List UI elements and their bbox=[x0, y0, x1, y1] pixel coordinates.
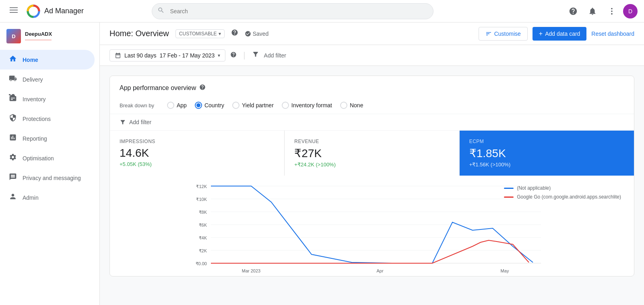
saved-badge: Saved bbox=[245, 31, 269, 37]
svg-text:₹10K: ₹10K bbox=[196, 197, 207, 202]
radio-circle-country bbox=[195, 102, 202, 109]
break-down-radio-group: Break down by App Country Yield partner … bbox=[110, 97, 634, 114]
svg-text:₹4K: ₹4K bbox=[199, 235, 207, 240]
sidebar-label-reporting: Reporting bbox=[23, 135, 47, 142]
delivery-icon bbox=[8, 74, 18, 84]
chart-legend: (Not applicable) Google Go (com.google.a… bbox=[504, 185, 621, 200]
date-label: Last 90 days bbox=[124, 52, 156, 59]
metric-revenue: Revenue ₹27K +₹24.2K (>100%) bbox=[285, 131, 459, 176]
radio-circle-inventory_format bbox=[282, 102, 289, 109]
svg-text:May: May bbox=[501, 268, 509, 273]
add-data-card-button[interactable]: + Add data card bbox=[533, 27, 587, 41]
page-help-icon[interactable] bbox=[231, 29, 238, 38]
radio-app[interactable]: App bbox=[167, 102, 187, 109]
home-icon bbox=[8, 55, 18, 65]
help-button[interactable] bbox=[565, 3, 581, 19]
sidebar-item-inventory[interactable]: Inventory bbox=[0, 89, 95, 109]
card-header: App performance overview bbox=[110, 76, 634, 97]
sidebar-item-protections[interactable]: Protections bbox=[0, 109, 95, 129]
metric-value-impressions: 14.6K bbox=[120, 147, 275, 160]
main-area: Home: Overview CUSTOMISABLE ▾ Saved Cust… bbox=[100, 23, 644, 305]
avatar[interactable]: D bbox=[623, 4, 638, 18]
metric-label-impressions: Impressions bbox=[120, 139, 275, 144]
card-help-icon[interactable] bbox=[199, 84, 206, 92]
date-range: 17 Feb - 17 May 2023 bbox=[159, 52, 215, 59]
filter-bar: Last 90 days 17 Feb - 17 May 2023 ▾ | Ad… bbox=[100, 45, 644, 66]
svg-rect-1 bbox=[10, 10, 18, 10]
radio-options: App Country Yield partner Inventory form… bbox=[167, 102, 363, 109]
search-input[interactable] bbox=[152, 3, 433, 19]
sidebar-item-home[interactable]: Home bbox=[0, 50, 95, 70]
inventory-icon bbox=[8, 94, 18, 104]
app-performance-card: App performance overview Break down by A… bbox=[109, 76, 634, 276]
page-header-actions: Customise + Add data card Reset dashboar… bbox=[479, 27, 634, 41]
protections-icon bbox=[8, 114, 18, 124]
svg-text:₹8K: ₹8K bbox=[199, 210, 207, 215]
radio-yield_partner[interactable]: Yield partner bbox=[232, 102, 274, 109]
svg-text:₹2K: ₹2K bbox=[199, 248, 207, 253]
legend-not_applicable: (Not applicable) bbox=[504, 185, 621, 191]
sidebar-label-admin: Admin bbox=[23, 194, 39, 201]
menu-icon[interactable] bbox=[6, 3, 21, 19]
sidebar-item-admin[interactable]: Admin bbox=[0, 188, 95, 207]
content-area: App performance overview Break down by A… bbox=[100, 66, 644, 305]
svg-point-5 bbox=[611, 8, 613, 9]
radio-label-country: Country bbox=[204, 102, 224, 108]
svg-point-6 bbox=[611, 10, 613, 12]
svg-rect-0 bbox=[10, 7, 18, 8]
customisable-label: CUSTOMISABLE bbox=[179, 31, 217, 37]
radio-circle-app bbox=[167, 102, 174, 109]
legend-line-not_applicable bbox=[504, 188, 514, 189]
break-down-label: Break down by bbox=[120, 102, 154, 108]
layout: D DeepuADX —————— Home Delivery Inventor… bbox=[0, 23, 644, 305]
sidebar-label-optimisation: Optimisation bbox=[23, 155, 54, 162]
topbar-actions: D bbox=[565, 3, 638, 19]
sidebar-label-privacy: Privacy and messaging bbox=[23, 175, 81, 181]
radio-circle-none bbox=[340, 102, 347, 109]
legend-google_go: Google Go (com.google.android.apps.searc… bbox=[504, 194, 621, 200]
radio-inventory_format[interactable]: Inventory format bbox=[282, 102, 332, 109]
sidebar-item-optimisation[interactable]: Optimisation bbox=[0, 148, 95, 168]
radio-label-app: App bbox=[177, 102, 187, 108]
customisable-badge[interactable]: CUSTOMISABLE ▾ bbox=[175, 29, 225, 38]
svg-text:Mar 2023: Mar 2023 bbox=[242, 268, 260, 273]
search-container bbox=[152, 3, 433, 19]
more-options-button[interactable] bbox=[604, 3, 620, 19]
optimisation-icon bbox=[8, 153, 18, 163]
metric-label-revenue: Revenue bbox=[294, 139, 449, 144]
sidebar-item-delivery[interactable]: Delivery bbox=[0, 70, 95, 89]
svg-text:₹6K: ₹6K bbox=[199, 223, 207, 227]
sidebar-label-delivery: Delivery bbox=[23, 76, 43, 83]
add-filter-button[interactable]: Add filter bbox=[264, 52, 286, 59]
date-help-icon[interactable] bbox=[230, 51, 237, 59]
svg-point-7 bbox=[611, 13, 613, 14]
metric-value-revenue: ₹27K bbox=[294, 147, 449, 160]
metric-change-ecpm: +₹1.56K (>100%) bbox=[469, 162, 624, 168]
metrics-row: Impressions 14.6K +5.05K (53%) Revenue ₹… bbox=[110, 131, 634, 176]
sidebar-item-privacy[interactable]: Privacy and messaging bbox=[0, 168, 95, 188]
radio-label-inventory_format: Inventory format bbox=[291, 102, 332, 108]
sidebar-item-reporting[interactable]: Reporting bbox=[0, 129, 95, 148]
card-add-filter-button[interactable]: Add filter bbox=[129, 119, 151, 125]
date-picker[interactable]: Last 90 days 17 Feb - 17 May 2023 ▾ bbox=[109, 49, 225, 61]
date-chevron-icon: ▾ bbox=[218, 53, 220, 58]
legend-label-not_applicable: (Not applicable) bbox=[517, 185, 551, 191]
notifications-button[interactable] bbox=[584, 3, 601, 19]
page-header: Home: Overview CUSTOMISABLE ▾ Saved Cust… bbox=[100, 23, 644, 45]
topbar: Ad Manager D bbox=[0, 0, 644, 23]
metric-change-revenue: +₹24.2K (>100%) bbox=[294, 162, 449, 168]
svg-text:₹12K: ₹12K bbox=[196, 184, 207, 189]
admin-icon bbox=[8, 192, 18, 203]
saved-label: Saved bbox=[253, 31, 269, 37]
svg-rect-2 bbox=[10, 12, 18, 13]
metric-label-ecpm: eCPM bbox=[469, 139, 624, 144]
reset-dashboard-button[interactable]: Reset dashboard bbox=[591, 31, 634, 37]
radio-circle-yield_partner bbox=[232, 102, 239, 109]
radio-country[interactable]: Country bbox=[195, 102, 224, 109]
radio-label-none: None bbox=[350, 102, 363, 108]
sidebar-label-home: Home bbox=[23, 57, 38, 63]
radio-none[interactable]: None bbox=[340, 102, 363, 109]
card-filter-row: Add filter bbox=[110, 114, 634, 131]
sidebar-label-protections: Protections bbox=[23, 116, 51, 122]
customise-button[interactable]: Customise bbox=[479, 27, 528, 41]
